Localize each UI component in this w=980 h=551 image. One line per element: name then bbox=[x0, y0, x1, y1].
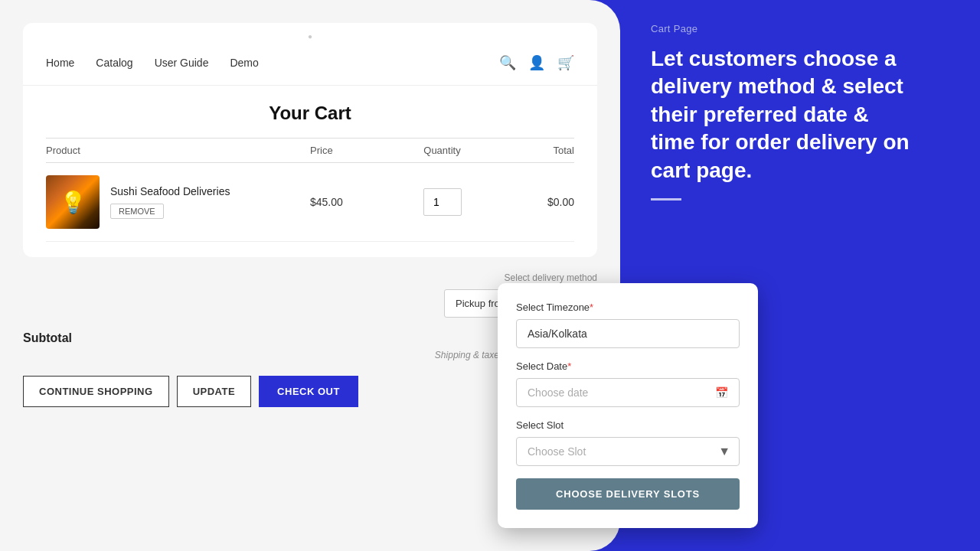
top-dot: ● bbox=[23, 23, 597, 41]
date-field: Select Date* Choose date 📅 bbox=[516, 360, 740, 407]
item-price: $45.00 bbox=[310, 196, 398, 208]
required-marker-2: * bbox=[567, 360, 571, 372]
nav-catalog[interactable]: Catalog bbox=[96, 57, 132, 69]
cart-content: Your Cart Product Price Quantity Total 💡 bbox=[23, 86, 597, 257]
date-placeholder: Choose date bbox=[528, 386, 588, 399]
table-row: 💡 Sushi Seafood Deliveries REMOVE $45.00… bbox=[46, 163, 574, 242]
continue-shopping-button[interactable]: CONTINUE SHOPPING bbox=[23, 376, 169, 407]
delivery-method-label: Select delivery method bbox=[505, 272, 597, 283]
date-label: Select Date* bbox=[516, 360, 740, 372]
item-total: $0.00 bbox=[486, 196, 574, 208]
cart-table-header: Product Price Quantity Total bbox=[46, 138, 574, 163]
timezone-label: Select Timezone* bbox=[516, 302, 740, 313]
item-name: Sushi Seafood Deliveries bbox=[110, 185, 230, 197]
nav-demo[interactable]: Demo bbox=[230, 57, 258, 69]
timezone-field: Select Timezone* bbox=[516, 302, 740, 348]
item-image: 💡 bbox=[46, 175, 100, 229]
item-bulb-icon: 💡 bbox=[60, 190, 87, 215]
slot-select[interactable]: Choose Slot bbox=[516, 437, 740, 466]
cart-title: Your Cart bbox=[46, 86, 574, 138]
remove-button[interactable]: REMOVE bbox=[110, 204, 164, 219]
quantity-input[interactable] bbox=[423, 188, 462, 216]
item-quantity bbox=[398, 188, 486, 216]
slot-label: Select Slot bbox=[516, 419, 740, 431]
item-product: 💡 Sushi Seafood Deliveries REMOVE bbox=[46, 175, 310, 229]
choose-delivery-slots-button[interactable]: CHOOSE DELIVERY SLOTS bbox=[516, 478, 740, 510]
col-price-header: Price bbox=[310, 145, 398, 156]
item-image-inner: 💡 bbox=[46, 175, 100, 229]
calendar-icon: 📅 bbox=[715, 386, 728, 399]
update-button[interactable]: UPDATE bbox=[177, 376, 251, 407]
timezone-input[interactable] bbox=[516, 319, 740, 348]
nav-links: Home Catalog User Guide Demo bbox=[46, 57, 499, 69]
delivery-config-card: Select Timezone* Select Date* Choose dat… bbox=[498, 283, 758, 528]
date-input[interactable]: Choose date 📅 bbox=[516, 378, 740, 407]
section-label: Cart Page bbox=[651, 23, 949, 34]
navigation: Home Catalog User Guide Demo 🔍 👤 🛒 bbox=[23, 41, 597, 86]
item-info: Sushi Seafood Deliveries REMOVE bbox=[110, 185, 230, 219]
slot-field: Select Slot Choose Slot ▼ bbox=[516, 419, 740, 466]
col-product-header: Product bbox=[46, 145, 310, 156]
required-marker: * bbox=[590, 302, 593, 313]
slot-select-wrap: Choose Slot ▼ bbox=[516, 437, 740, 466]
col-total-header: Total bbox=[486, 145, 574, 156]
checkout-button[interactable]: CHECK OUT bbox=[259, 376, 358, 407]
cart-icon[interactable]: 🛒 bbox=[557, 54, 574, 71]
nav-user-guide[interactable]: User Guide bbox=[155, 57, 209, 69]
cart-card: ● Home Catalog User Guide Demo 🔍 👤 🛒 You… bbox=[23, 23, 597, 257]
search-icon[interactable]: 🔍 bbox=[499, 54, 516, 71]
promo-divider bbox=[651, 198, 681, 201]
nav-home[interactable]: Home bbox=[46, 57, 74, 69]
subtotal-label: Subtotal bbox=[23, 331, 72, 345]
col-qty-header: Quantity bbox=[398, 145, 486, 156]
right-panel: Cart Page Let customers choose a deliver… bbox=[620, 0, 980, 551]
account-icon[interactable]: 👤 bbox=[528, 54, 545, 71]
promo-text: Let customers choose a delivery method &… bbox=[651, 45, 911, 184]
nav-icons: 🔍 👤 🛒 bbox=[499, 54, 574, 71]
